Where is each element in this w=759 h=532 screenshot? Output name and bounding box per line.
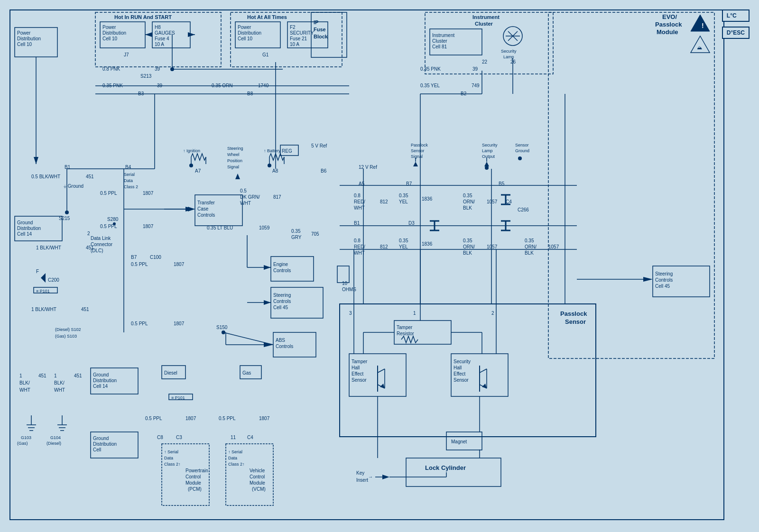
- svg-text:OHMS: OHMS: [342, 287, 356, 292]
- instrument-cluster-label: Instrument: [472, 14, 500, 20]
- svg-text:1807: 1807: [143, 224, 154, 229]
- pin2-label: 2: [491, 311, 494, 316]
- svg-text:WHT: WHT: [54, 387, 65, 393]
- engine-controls-label: Engine: [273, 262, 288, 267]
- svg-text:(Gas): (Gas): [17, 441, 28, 446]
- ip-fuse-label: IP: [314, 19, 318, 25]
- abs-controls-label: ABS: [276, 338, 285, 343]
- svg-text:Connector: Connector: [91, 242, 113, 247]
- dlc-label: Data Link: [91, 236, 111, 241]
- svg-text:Cell 81: Cell 81: [432, 44, 447, 49]
- svg-text:(DLC): (DLC): [91, 248, 103, 253]
- svg-text:Lamp: Lamp: [503, 55, 514, 59]
- svg-text:Output: Output: [482, 154, 495, 159]
- svg-text:(VCM): (VCM): [252, 486, 266, 492]
- svg-text:0.8: 0.8: [354, 238, 361, 243]
- svg-text:Insert: Insert: [356, 477, 368, 483]
- svg-text:Controls: Controls: [197, 212, 215, 218]
- svg-text:1807: 1807: [174, 262, 185, 267]
- svg-text:Distribution: Distribution: [17, 226, 41, 231]
- svg-text:39: 39: [155, 66, 160, 72]
- b7-label: B7: [131, 255, 137, 260]
- svg-text:Class 2↑: Class 2↑: [228, 462, 245, 467]
- f-label: F: [36, 269, 39, 274]
- 5vref-label: 5 V Ref: [311, 143, 327, 148]
- svg-text:Passlock: Passlock: [655, 21, 682, 28]
- svg-text:Fuse 4: Fuse 4: [155, 36, 169, 41]
- svg-text:Module: Module: [657, 28, 678, 36]
- sw-pos-signal: Steering: [227, 146, 243, 151]
- svg-text:812: 812: [380, 244, 388, 249]
- a7-label: A7: [195, 168, 201, 174]
- p101-b-label: ≡ P101: [171, 395, 185, 400]
- svg-text:Cell 45: Cell 45: [273, 305, 288, 310]
- svg-text:1836: 1836: [422, 241, 433, 247]
- 10ohms-label: 10: [342, 281, 348, 286]
- gdc-bottom-label: Ground: [93, 436, 109, 441]
- evo-passlock-label: EVO/: [662, 13, 677, 20]
- ic-cell81-label: Instrument: [432, 33, 454, 38]
- 05ppl-1807-label: 0.5 PPL: [100, 191, 117, 196]
- svg-text:Class 2: Class 2: [124, 184, 138, 189]
- c3-label: C3: [176, 435, 182, 440]
- svg-text:Controls: Controls: [273, 268, 291, 273]
- svg-text:WHT: WHT: [240, 201, 251, 206]
- svg-point-45: [170, 67, 174, 71]
- g1-label: G1: [262, 52, 269, 57]
- 08redwht-label: 0.8: [354, 193, 361, 198]
- c8-label: C8: [157, 435, 163, 440]
- legend-item-2: D°ESC: [722, 27, 750, 39]
- svg-text:DK GRN/: DK GRN/: [240, 194, 260, 200]
- gdc14-label: Ground: [17, 220, 33, 225]
- svg-text:Distribution: Distribution: [238, 30, 261, 36]
- 2-label: 2: [87, 231, 90, 236]
- svg-text:!: !: [702, 22, 704, 29]
- svg-text:Cell 10: Cell 10: [17, 42, 32, 47]
- svg-text:YEL: YEL: [399, 244, 408, 249]
- hot-run-start-label: Hot In RUN And START: [114, 14, 172, 20]
- g104-label: G104: [50, 435, 61, 440]
- svg-text:Controls: Controls: [276, 344, 293, 349]
- legend-item-1: L°C: [722, 9, 750, 22]
- svg-text:451: 451: [74, 373, 82, 378]
- legend: L°C D°ESC: [722, 9, 750, 39]
- s102-label: (Diesel) S102: [55, 327, 81, 332]
- svg-text:Wheel: Wheel: [227, 152, 240, 157]
- svg-text:451: 451: [38, 373, 46, 378]
- svg-text:YEL: YEL: [399, 199, 408, 204]
- passlock-signal-label: Passlock: [411, 143, 428, 147]
- steering-controls-cell45-r: Steering: [655, 271, 673, 276]
- pcm-label: Powertrain: [185, 468, 208, 473]
- serial-c8-label: ↑ Serial: [164, 449, 178, 454]
- key-insert-label: Key: [356, 470, 364, 476]
- a8-label: A8: [272, 168, 278, 174]
- serial-c4-label: ↑ Serial: [228, 449, 242, 454]
- svg-text:Distribution: Distribution: [17, 36, 41, 41]
- svg-text:GRY: GRY: [291, 235, 302, 240]
- svg-text:0.35: 0.35: [399, 238, 408, 243]
- svg-text:WHT: WHT: [19, 387, 30, 393]
- svg-text:Module: Module: [250, 480, 265, 486]
- wiring-diagram: Hot In RUN And START Power Distribution …: [8, 8, 748, 524]
- gry-label: 0.35: [291, 229, 301, 234]
- passlock-sensor-label: Passlock: [560, 310, 587, 317]
- svg-text:Cell 14: Cell 14: [93, 384, 108, 389]
- s150-label: S150: [216, 325, 228, 330]
- svg-text:10 A: 10 A: [290, 42, 299, 47]
- svg-text:0.5 PPL: 0.5 PPL: [131, 321, 148, 326]
- b6-label: B6: [321, 168, 327, 174]
- dkgrn-label: 0.5: [240, 188, 247, 193]
- svg-text:0.5 PPL: 0.5 PPL: [145, 416, 162, 421]
- svg-text:Data: Data: [164, 456, 173, 460]
- 11-label: 11: [231, 435, 236, 440]
- svg-text:Position: Position: [227, 158, 242, 163]
- svg-text:Effect: Effect: [454, 371, 466, 376]
- gas-label: Gas: [242, 370, 251, 376]
- c4-label: C4: [247, 435, 253, 440]
- 08pnk-label: 0.8 PNK: [102, 66, 120, 72]
- svg-text:Effect: Effect: [352, 371, 364, 376]
- tamper-hall-label: Tamper: [352, 359, 368, 364]
- svg-text:BLK/: BLK/: [54, 380, 65, 385]
- svg-text:Ground: Ground: [515, 148, 529, 153]
- svg-text:Cluster: Cluster: [475, 21, 493, 27]
